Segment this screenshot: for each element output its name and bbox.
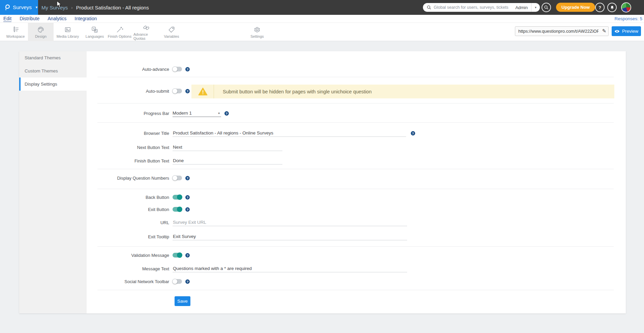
toolbar-item-advance-quotas[interactable]: Advance Quotas (133, 23, 159, 41)
gear-icon (253, 26, 261, 33)
exit-tooltip-input[interactable] (173, 233, 407, 240)
survey-url-text[interactable]: https://www.questionpro.com/t/AW22ZiOP (518, 27, 599, 36)
toolbar-label: Settings (250, 34, 264, 38)
toolbar-item-media-library[interactable]: Media Library (55, 23, 81, 41)
exit-url-input[interactable] (173, 219, 407, 226)
svg-text:✶: ✶ (93, 27, 95, 30)
preview-button[interactable]: Preview (612, 26, 641, 36)
translate-icon: ✶ A (91, 26, 98, 33)
save-button[interactable]: Save (175, 296, 190, 306)
tab-distribute[interactable]: Distribute (20, 16, 39, 22)
warning-divider (214, 85, 214, 98)
chevron-down-icon: ▼ (35, 6, 38, 9)
help-button[interactable]: ? (595, 3, 605, 12)
exit-url-label: URL (88, 220, 169, 225)
help-icon[interactable]: ? (224, 111, 229, 116)
toolbar-item-languages[interactable]: ✶ A Languages (82, 23, 108, 41)
progress-bar-row: Progress Bar Modern 1 ▾ ? (88, 110, 229, 117)
warning-text: Submit button will be hidden for pages w… (223, 89, 372, 94)
toolbar-label: Workspace (6, 34, 25, 38)
auto-submit-row: Auto-submit ? (88, 87, 190, 95)
global-search-input[interactable] (434, 5, 515, 10)
divider (97, 246, 614, 247)
search-icon (544, 5, 549, 10)
toggle-knob (177, 207, 182, 212)
search-button[interactable] (542, 3, 551, 12)
help-icon[interactable]: ? (185, 67, 190, 71)
auto-submit-toggle[interactable] (173, 89, 182, 93)
media-image-icon (64, 26, 71, 33)
survey-url-box: https://www.questionpro.com/t/AW22ZiOP ✎ (515, 26, 609, 36)
auto-submit-warning: Submit button will be hidden for pages w… (191, 85, 614, 98)
notifications-button[interactable] (607, 3, 617, 12)
message-text-row: Message Text (88, 265, 407, 272)
finish-button-text-row: Finish Button Text (88, 157, 282, 164)
display-question-numbers-toggle[interactable] (173, 176, 182, 180)
progress-bar-label: Progress Bar (88, 111, 169, 116)
help-icon[interactable]: ? (185, 279, 190, 284)
toolbar-label: Design (35, 34, 47, 38)
help-icon[interactable]: ? (185, 207, 190, 212)
validation-message-row: Validation Message ? (88, 251, 190, 259)
help-icon[interactable]: ? (411, 131, 415, 135)
help-icon[interactable]: ? (185, 89, 190, 93)
back-button-toggle[interactable] (173, 195, 182, 200)
preview-label: Preview (622, 29, 638, 34)
toggle-knob (172, 88, 178, 94)
tag-icon (168, 26, 175, 33)
auto-advance-toggle[interactable] (173, 67, 182, 71)
upgrade-now-button[interactable]: Upgrade Now (556, 3, 595, 12)
toolbar-label: Languages (86, 34, 104, 38)
display-question-numbers-row: Display Question Numbers ? (88, 174, 190, 182)
browser-title-input[interactable] (173, 129, 406, 137)
breadcrumb: My Surveys › Product Satisfaction - All … (41, 0, 149, 15)
breadcrumb-my-surveys[interactable]: My Surveys (41, 5, 68, 10)
user-avatar[interactable] (621, 2, 631, 12)
exit-button-toggle[interactable] (173, 207, 182, 212)
sidebar-item-standard-themes[interactable]: Standard Themes (19, 51, 87, 64)
sidebar-item-display-settings[interactable]: Display Settings (19, 78, 87, 91)
toolbar-item-settings[interactable]: Settings (244, 23, 270, 41)
toolbar-item-workspace[interactable]: Workspace (3, 23, 28, 41)
surveys-product-menu[interactable]: Surveys ▼ (0, 0, 38, 15)
responses-count[interactable]: Responses: 5 (614, 15, 642, 23)
help-icon[interactable]: ? (185, 176, 190, 180)
divider (97, 77, 614, 77)
tab-edit[interactable]: Edit (3, 16, 11, 22)
chain-link-icon (143, 24, 150, 31)
finish-button-text-input[interactable] (173, 157, 282, 164)
help-icon[interactable]: ? (185, 195, 190, 200)
sidebar-item-custom-themes[interactable]: Custom Themes (19, 64, 87, 78)
divider (97, 122, 614, 123)
global-search: Admin ▾ (423, 3, 540, 12)
next-button-text-input[interactable] (173, 144, 282, 151)
tab-integration[interactable]: Integration (74, 16, 97, 22)
edit-url-pencil-icon[interactable]: ✎ (602, 28, 606, 34)
progress-bar-select[interactable]: Modern 1 ▾ (173, 110, 221, 117)
toolbar-item-finish-options[interactable]: Finish Options (107, 23, 132, 41)
message-text-input[interactable] (173, 265, 407, 272)
workspace-icon (12, 26, 19, 33)
validation-message-toggle[interactable] (173, 253, 182, 258)
auto-advance-row: Auto-advance ? (88, 65, 190, 73)
search-scope-caret[interactable]: ▾ (531, 3, 540, 12)
survey-nav: Edit Distribute Analytics Integration Re… (0, 15, 644, 23)
toggle-knob (172, 279, 178, 284)
finish-button-text-label: Finish Button Text (88, 158, 169, 163)
toolbar-item-variables[interactable]: Variables (159, 23, 184, 41)
tab-analytics[interactable]: Analytics (48, 16, 66, 22)
browser-title-label: Browser Title (88, 131, 169, 136)
chevron-down-icon: ▾ (218, 112, 220, 115)
next-button-text-label: Next Button Text (88, 145, 169, 150)
search-scope-admin[interactable]: Admin (515, 5, 528, 10)
design-sidebar: Standard Themes Custom Themes Display Se… (19, 51, 87, 313)
divider (97, 103, 614, 103)
toolbar-item-design[interactable]: Design (28, 23, 54, 41)
toggle-knob (172, 66, 178, 72)
social-network-toolbar-row: Social Network Toolbar ? (88, 278, 190, 285)
help-icon[interactable]: ? (185, 253, 190, 258)
design-palette-icon (37, 26, 44, 33)
next-button-text-row: Next Button Text (88, 144, 282, 151)
social-network-toolbar-toggle[interactable] (173, 279, 182, 284)
exit-tooltip-row: Exit Tooltip (88, 233, 407, 240)
